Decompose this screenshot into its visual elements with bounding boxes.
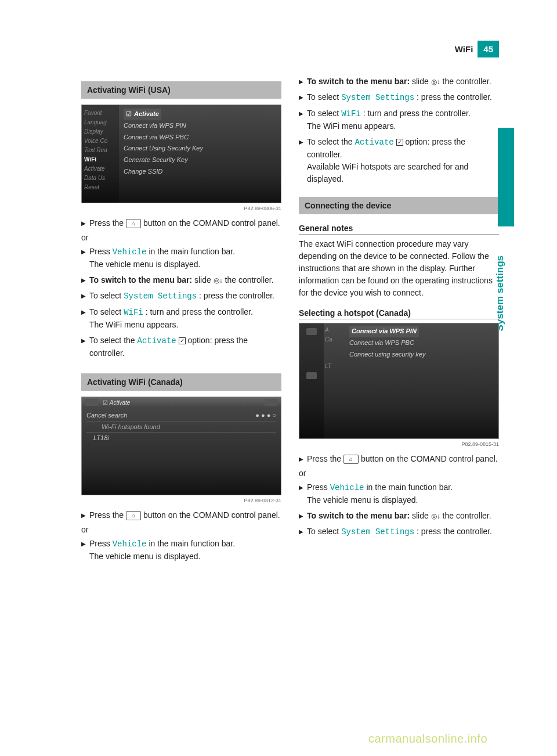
code-text: Vehicle	[113, 247, 147, 257]
step: ▶ To select the Activate ✓ option: press…	[81, 334, 281, 359]
step-text: in the main function bar.	[149, 539, 235, 548]
step: ▶ Press the ⌂ button on the COMAND contr…	[299, 453, 499, 465]
step: ▶ To switch to the menu bar: slide ◎↓ th…	[299, 510, 499, 522]
comand-button-icon: ⌂	[126, 219, 141, 228]
step-result: The vehicle menu is displayed.	[89, 260, 200, 269]
section-title-canada: Activating WiFi (Canada)	[81, 373, 281, 391]
step-text: in the main function bar.	[366, 483, 453, 492]
ss-menu: Connect via WPS PIN Connect via WPS PBC …	[345, 323, 498, 438]
ss-topbar-label: Activate	[103, 399, 130, 406]
ss-item: Favorit	[84, 109, 117, 118]
step: ▶ Press Vehicle in the main function bar…	[299, 481, 499, 506]
subheading-general: General notes	[299, 224, 499, 235]
bullet-icon: ▶	[81, 511, 89, 520]
step: ▶ Press the ⌂ button on the COMAND contr…	[81, 217, 281, 229]
bullet-icon: ▶	[81, 276, 89, 285]
ss-row: LT18i	[86, 434, 109, 441]
step: ▶ To select WiFi : turn and press the co…	[81, 306, 281, 331]
step-text: : turn and press the controller.	[363, 109, 471, 118]
screenshot-caption: P82.89-0815-31	[299, 441, 499, 447]
step-text: To select the	[89, 336, 138, 345]
step-text: To select	[89, 307, 124, 316]
bullet-icon: ▶	[299, 109, 307, 118]
step-text: Press	[307, 483, 330, 492]
right-column: ▶ To switch to the menu bar: slide ◎↓ th…	[299, 75, 499, 566]
step-text: : press the controller.	[199, 291, 274, 300]
bullet-icon: ▶	[299, 93, 307, 102]
bullet-icon: ▶	[81, 539, 89, 548]
step-text: Press the	[307, 454, 343, 463]
page-number: 45	[478, 41, 499, 57]
ss-icon	[306, 372, 317, 379]
step: ▶ To switch to the menu bar: slide ◎↓ th…	[299, 75, 499, 88]
step: ▶ To select System Settings : press the …	[81, 290, 281, 303]
step-text: : press the controller.	[417, 92, 492, 102]
code-text: Vehicle	[330, 483, 364, 492]
step-result: The vehicle menu is displayed.	[307, 495, 418, 505]
step: ▶ Press Vehicle in the main function bar…	[81, 538, 281, 563]
code-text: Activate	[138, 336, 176, 345]
ss-item: Display	[84, 127, 117, 136]
ss-item: Reset	[84, 183, 117, 192]
bullet-icon: ▶	[81, 291, 89, 300]
ss-mid-item: A	[325, 326, 343, 335]
ss-menu-item: Change SSID	[124, 166, 276, 178]
or-text: or	[81, 233, 281, 242]
subheading-hotspot: Selecting a hotspot (Canada)	[299, 308, 499, 319]
screenshot-usa-menu: Activate Connect via WPS PIN Connect via…	[119, 105, 281, 181]
step-text: To select the	[307, 137, 355, 146]
side-tab	[498, 128, 514, 226]
comand-button-icon: ⌂	[343, 455, 359, 464]
ss-item: Voice Co	[84, 136, 117, 146]
watermark: carmanualsonline.info	[368, 732, 487, 746]
slider-down-icon: ◎↓	[431, 511, 440, 521]
code-text: System Settings	[341, 93, 414, 102]
comand-button-icon: ⌂	[126, 511, 141, 520]
code-text: WiFi	[124, 308, 143, 317]
ss-mid-item: Ca	[325, 335, 343, 344]
step-text: slide	[194, 275, 214, 285]
ss-midbar: A Ca LT	[324, 323, 345, 438]
header-title: WiFi	[455, 44, 478, 54]
bullet-icon: ▶	[81, 308, 89, 316]
ss-iconbar	[299, 323, 324, 438]
ss-row-header: Wi-Fi hotspots found	[86, 421, 276, 433]
ss-menu-item: Connect using security key	[349, 349, 494, 361]
step-text: slide	[412, 77, 431, 86]
code-text: Activate	[355, 138, 394, 147]
step: ▶ To select System Settings : press the …	[299, 91, 499, 104]
step: ▶ To select WiFi : turn and press the co…	[299, 107, 499, 132]
section-title-connecting: Connecting the device	[299, 197, 499, 214]
step-text: : turn and press the controller.	[146, 307, 253, 316]
section-title-usa: Activating WiFi (USA)	[81, 81, 281, 99]
screenshot-canada-activate: Activate Cancel search ● ● ● ○ Wi-Fi hot…	[81, 397, 281, 495]
step-text: the controller.	[443, 77, 491, 86]
screenshot-usa: Favorit Languag Display Voice Co Text Re…	[81, 105, 281, 203]
ss-icon	[85, 399, 98, 406]
paragraph: The exact WiFi connection procedure may …	[299, 238, 499, 299]
or-text: or	[299, 469, 499, 478]
step-text: To select	[307, 527, 341, 536]
step-text: in the main function bar.	[149, 247, 235, 256]
screenshot-usa-sidebar: Favorit Languag Display Voice Co Text Re…	[82, 105, 119, 203]
bullet-icon: ▶	[299, 483, 307, 492]
screenshot-hotspot: A Ca LT Connect via WPS PIN Connect via …	[299, 323, 499, 439]
step-text: Press	[89, 539, 113, 548]
screenshot-caption: P82.89-0806-31	[81, 206, 281, 211]
screenshot-caption: P82.89-0812-31	[81, 498, 281, 503]
ss-menu-item: Connect via WPS PIN	[124, 120, 276, 132]
bullet-icon: ▶	[81, 336, 89, 345]
step-text: To select	[89, 291, 124, 300]
ss-icon	[265, 399, 277, 406]
bullet-icon: ▶	[299, 138, 307, 146]
slider-down-icon: ◎↓	[431, 77, 440, 87]
ss-body: Cancel search ● ● ● ○ Wi-Fi hotspots fou…	[82, 408, 281, 495]
step-result: Available WiFi hotspots are searched for…	[307, 162, 468, 183]
ss-topbar: Activate	[82, 397, 281, 408]
ss-item-selected: WiFi	[84, 155, 117, 164]
slider-down-icon: ◎↓	[214, 275, 223, 286]
step-text: button on the COMAND control panel.	[361, 454, 498, 463]
step: ▶ To select System Settings : press the …	[299, 525, 499, 538]
step-text: : press the controller.	[417, 527, 492, 536]
or-text: or	[81, 525, 281, 534]
